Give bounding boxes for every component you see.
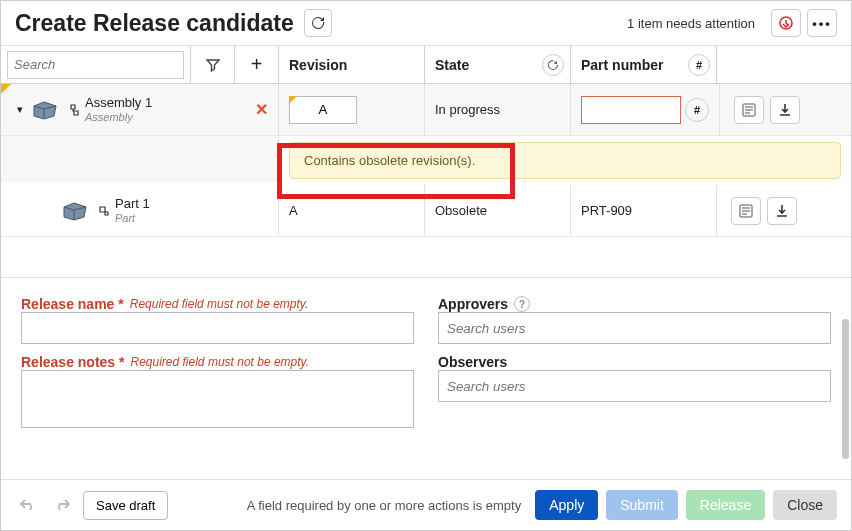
attention-text: 1 item needs attention xyxy=(627,16,755,31)
filter-icon xyxy=(205,57,221,73)
search-input[interactable] xyxy=(7,51,184,79)
apply-button[interactable]: Apply xyxy=(535,490,598,520)
assembly-icon xyxy=(27,100,67,120)
undo-button[interactable] xyxy=(15,492,41,518)
refresh-icon xyxy=(310,15,326,31)
scrollbar[interactable] xyxy=(842,319,849,459)
state-refresh-icon[interactable] xyxy=(542,54,564,76)
help-icon[interactable]: ? xyxy=(514,296,530,312)
approvers-label: Approvers xyxy=(438,296,508,312)
observers-label: Observers xyxy=(438,354,507,370)
release-notes-label: Release notes * xyxy=(21,354,125,370)
warning-message: Contains obsolete revision(s). xyxy=(289,142,841,179)
part-type: Part xyxy=(115,212,150,225)
redo-button[interactable] xyxy=(49,492,75,518)
assembly-type: Assembly xyxy=(85,111,152,124)
release-name-label: Release name * xyxy=(21,296,124,312)
release-button[interactable]: Release xyxy=(686,490,765,520)
column-header-state[interactable]: State xyxy=(435,57,469,73)
column-header-revision[interactable]: Revision xyxy=(279,46,425,83)
release-notes-required-msg: Required field must not be empty. xyxy=(131,355,310,369)
column-header-partnumber[interactable]: Part number xyxy=(581,57,663,73)
assembly-name: Assembly 1 xyxy=(85,95,152,111)
filter-button[interactable] xyxy=(191,46,235,83)
link-icon xyxy=(67,103,81,117)
page-title: Create Release candidate xyxy=(15,10,294,37)
ellipsis-icon: ••• xyxy=(812,16,832,31)
plus-icon: + xyxy=(251,53,263,76)
release-notes-input[interactable] xyxy=(21,370,414,428)
release-name-input[interactable] xyxy=(21,312,414,344)
part-revision: A xyxy=(289,203,298,218)
submit-button[interactable]: Submit xyxy=(606,490,678,520)
generate-pn-button[interactable]: # xyxy=(685,98,709,122)
release-name-required-msg: Required field must not be empty. xyxy=(130,297,309,311)
more-button[interactable]: ••• xyxy=(807,9,837,37)
part-name: Part 1 xyxy=(115,196,150,212)
alert-down-icon xyxy=(779,16,793,30)
row-download-button[interactable] xyxy=(770,96,800,124)
part-partnumber: PRT-909 xyxy=(581,203,632,218)
row-details-button[interactable] xyxy=(731,197,761,225)
close-button[interactable]: Close xyxy=(773,490,837,520)
observers-input[interactable] xyxy=(438,370,831,402)
alert-button[interactable] xyxy=(771,9,801,37)
add-button[interactable]: + xyxy=(235,46,279,83)
partnumber-generate-icon[interactable]: # xyxy=(688,54,710,76)
row-details-button[interactable] xyxy=(734,96,764,124)
footer-validation-msg: A field required by one or more actions … xyxy=(176,498,527,513)
state-value: In progress xyxy=(435,102,500,117)
row-download-button[interactable] xyxy=(767,197,797,225)
remove-row-button[interactable]: ✕ xyxy=(255,100,268,119)
partnumber-input[interactable] xyxy=(581,96,681,124)
part-icon xyxy=(57,201,97,221)
save-draft-button[interactable]: Save draft xyxy=(83,491,168,520)
revision-input[interactable] xyxy=(289,96,357,124)
expand-toggle[interactable]: ▾ xyxy=(13,103,27,116)
link-icon xyxy=(97,204,111,218)
refresh-button[interactable] xyxy=(304,9,332,37)
approvers-input[interactable] xyxy=(438,312,831,344)
part-state: Obsolete xyxy=(435,203,487,218)
